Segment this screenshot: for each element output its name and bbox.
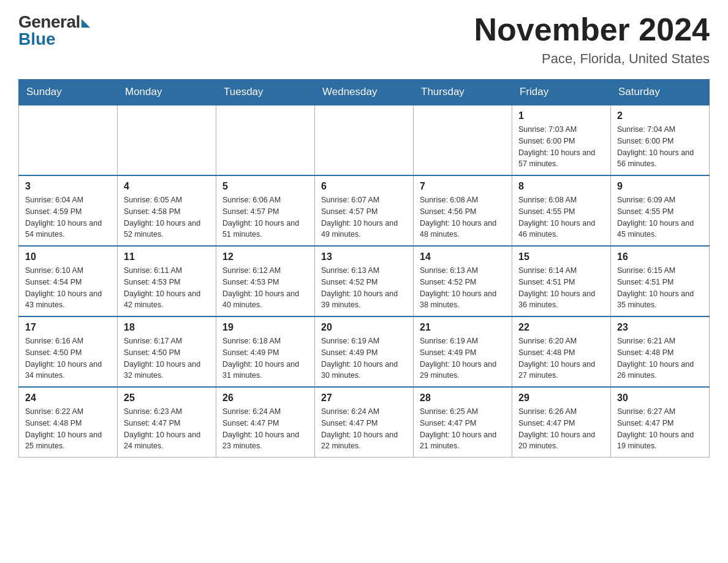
calendar-cell [19,105,118,175]
day-number: 27 [321,393,407,404]
calendar-cell: 28Sunrise: 6:25 AMSunset: 4:47 PMDayligh… [414,387,512,458]
week-row-1: 1Sunrise: 7:03 AMSunset: 6:00 PMDaylight… [19,105,710,175]
week-row-4: 17Sunrise: 6:16 AMSunset: 4:50 PMDayligh… [19,316,710,387]
day-detail: Sunrise: 6:05 AMSunset: 4:58 PMDaylight:… [124,194,210,240]
day-detail: Sunrise: 6:06 AMSunset: 4:57 PMDaylight:… [222,194,308,240]
day-number: 13 [321,251,407,262]
day-detail: Sunrise: 6:11 AMSunset: 4:53 PMDaylight:… [124,265,210,311]
day-number: 29 [518,393,604,404]
calendar-cell: 11Sunrise: 6:11 AMSunset: 4:53 PMDayligh… [118,246,216,316]
day-detail: Sunrise: 6:19 AMSunset: 4:49 PMDaylight:… [321,335,407,381]
day-number: 26 [222,393,308,404]
header-wednesday: Wednesday [315,80,414,105]
day-detail: Sunrise: 6:18 AMSunset: 4:49 PMDaylight:… [222,335,308,381]
calendar-cell [414,105,512,175]
day-detail: Sunrise: 6:24 AMSunset: 4:47 PMDaylight:… [321,406,407,452]
calendar-cell: 12Sunrise: 6:12 AMSunset: 4:53 PMDayligh… [216,246,315,316]
title-area: November 2024 Pace, Florida, United Stat… [474,12,710,67]
calendar-cell: 29Sunrise: 6:26 AMSunset: 4:47 PMDayligh… [512,387,611,458]
day-number: 23 [617,322,703,333]
logo: General Blue [18,12,90,49]
day-detail: Sunrise: 6:16 AMSunset: 4:50 PMDaylight:… [25,335,111,381]
day-number: 19 [222,322,308,333]
day-number: 9 [617,181,703,192]
header: General Blue November 2024 Pace, Florida… [18,12,710,67]
calendar-cell: 6Sunrise: 6:07 AMSunset: 4:57 PMDaylight… [315,175,414,246]
header-friday: Friday [512,80,611,105]
day-number: 2 [617,110,703,121]
day-detail: Sunrise: 6:13 AMSunset: 4:52 PMDaylight:… [321,265,407,311]
day-number: 15 [518,251,604,262]
calendar-cell: 9Sunrise: 6:09 AMSunset: 4:55 PMDaylight… [611,175,710,246]
day-detail: Sunrise: 6:26 AMSunset: 4:47 PMDaylight:… [518,406,604,452]
day-number: 3 [25,181,111,192]
day-detail: Sunrise: 6:09 AMSunset: 4:55 PMDaylight:… [617,194,703,240]
location-subtitle: Pace, Florida, United States [474,51,710,67]
header-thursday: Thursday [414,80,512,105]
day-detail: Sunrise: 6:13 AMSunset: 4:52 PMDaylight:… [420,265,506,311]
day-detail: Sunrise: 6:10 AMSunset: 4:54 PMDaylight:… [25,265,111,311]
week-row-2: 3Sunrise: 6:04 AMSunset: 4:59 PMDaylight… [19,175,710,246]
day-number: 12 [222,251,308,262]
day-number: 25 [124,393,210,404]
calendar-cell: 4Sunrise: 6:05 AMSunset: 4:58 PMDaylight… [118,175,216,246]
day-detail: Sunrise: 6:08 AMSunset: 4:56 PMDaylight:… [420,194,506,240]
page-title: November 2024 [474,12,710,47]
day-number: 21 [420,322,506,333]
header-tuesday: Tuesday [216,80,315,105]
calendar-cell [118,105,216,175]
day-number: 20 [321,322,407,333]
calendar-cell: 13Sunrise: 6:13 AMSunset: 4:52 PMDayligh… [315,246,414,316]
calendar-cell: 20Sunrise: 6:19 AMSunset: 4:49 PMDayligh… [315,316,414,387]
day-detail: Sunrise: 6:25 AMSunset: 4:47 PMDaylight:… [420,406,506,452]
day-number: 24 [25,393,111,404]
day-detail: Sunrise: 6:07 AMSunset: 4:57 PMDaylight:… [321,194,407,240]
logo-general-text: General [18,12,80,31]
day-number: 11 [124,251,210,262]
logo-blue-text: Blue [18,29,90,49]
calendar-header-row: SundayMondayTuesdayWednesdayThursdayFrid… [19,80,710,105]
day-number: 8 [518,181,604,192]
day-number: 14 [420,251,506,262]
calendar-cell: 17Sunrise: 6:16 AMSunset: 4:50 PMDayligh… [19,316,118,387]
day-detail: Sunrise: 6:27 AMSunset: 4:47 PMDaylight:… [617,406,703,452]
day-detail: Sunrise: 6:08 AMSunset: 4:55 PMDaylight:… [518,194,604,240]
day-number: 4 [124,181,210,192]
day-number: 22 [518,322,604,333]
day-detail: Sunrise: 6:24 AMSunset: 4:47 PMDaylight:… [222,406,308,452]
calendar-cell: 1Sunrise: 7:03 AMSunset: 6:00 PMDaylight… [512,105,611,175]
calendar-cell: 10Sunrise: 6:10 AMSunset: 4:54 PMDayligh… [19,246,118,316]
calendar-cell: 14Sunrise: 6:13 AMSunset: 4:52 PMDayligh… [414,246,512,316]
day-detail: Sunrise: 6:19 AMSunset: 4:49 PMDaylight:… [420,335,506,381]
day-detail: Sunrise: 6:21 AMSunset: 4:48 PMDaylight:… [617,335,703,381]
calendar-table: SundayMondayTuesdayWednesdayThursdayFrid… [18,79,710,458]
calendar-cell [315,105,414,175]
calendar-cell: 15Sunrise: 6:14 AMSunset: 4:51 PMDayligh… [512,246,611,316]
calendar-cell: 3Sunrise: 6:04 AMSunset: 4:59 PMDaylight… [19,175,118,246]
calendar-cell: 16Sunrise: 6:15 AMSunset: 4:51 PMDayligh… [611,246,710,316]
day-detail: Sunrise: 6:15 AMSunset: 4:51 PMDaylight:… [617,265,703,311]
calendar-cell: 8Sunrise: 6:08 AMSunset: 4:55 PMDaylight… [512,175,611,246]
day-detail: Sunrise: 7:03 AMSunset: 6:00 PMDaylight:… [518,124,604,170]
calendar-cell: 25Sunrise: 6:23 AMSunset: 4:47 PMDayligh… [118,387,216,458]
calendar-cell: 24Sunrise: 6:22 AMSunset: 4:48 PMDayligh… [19,387,118,458]
day-detail: Sunrise: 6:17 AMSunset: 4:50 PMDaylight:… [124,335,210,381]
day-number: 10 [25,251,111,262]
header-monday: Monday [118,80,216,105]
day-number: 16 [617,251,703,262]
day-detail: Sunrise: 6:12 AMSunset: 4:53 PMDaylight:… [222,265,308,311]
header-sunday: Sunday [19,80,118,105]
calendar-cell: 22Sunrise: 6:20 AMSunset: 4:48 PMDayligh… [512,316,611,387]
week-row-3: 10Sunrise: 6:10 AMSunset: 4:54 PMDayligh… [19,246,710,316]
day-number: 1 [518,110,604,121]
day-number: 5 [222,181,308,192]
day-number: 7 [420,181,506,192]
calendar-cell: 21Sunrise: 6:19 AMSunset: 4:49 PMDayligh… [414,316,512,387]
day-number: 28 [420,393,506,404]
calendar-cell [216,105,315,175]
day-number: 17 [25,322,111,333]
calendar-cell: 23Sunrise: 6:21 AMSunset: 4:48 PMDayligh… [611,316,710,387]
day-number: 30 [617,393,703,404]
day-detail: Sunrise: 7:04 AMSunset: 6:00 PMDaylight:… [617,124,703,170]
week-row-5: 24Sunrise: 6:22 AMSunset: 4:48 PMDayligh… [19,387,710,458]
